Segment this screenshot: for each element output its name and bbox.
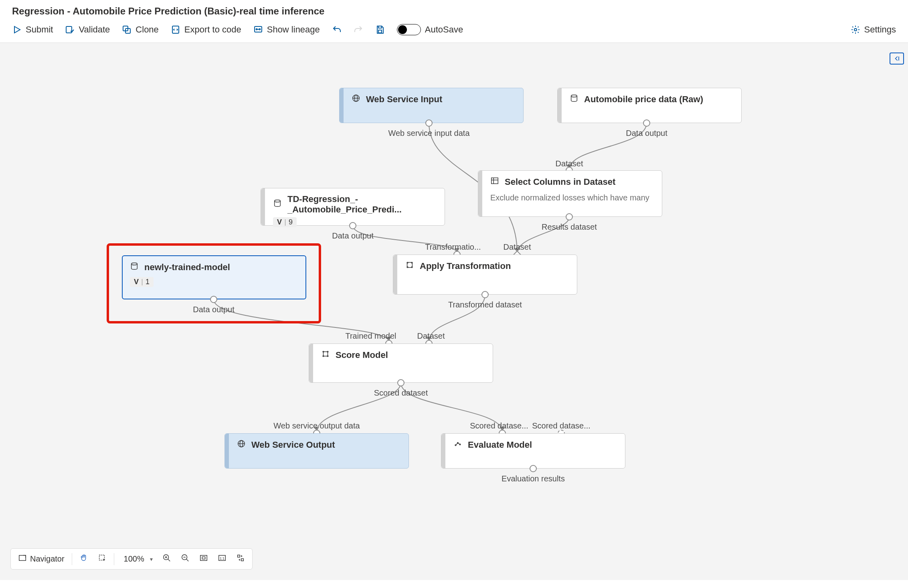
svg-rect-59 xyxy=(241,559,244,561)
output-port[interactable] xyxy=(349,222,356,229)
undo-icon xyxy=(332,25,342,34)
play-icon xyxy=(12,25,22,34)
version-badge: V 1 xyxy=(130,277,154,287)
output-port[interactable] xyxy=(481,291,489,298)
svg-rect-9 xyxy=(378,26,382,28)
save-button[interactable] xyxy=(375,25,385,34)
navigator-label: Navigator xyxy=(30,554,65,564)
port-label: Data output xyxy=(332,231,373,240)
toolbar: Submit Validate Clone Export to code Sho xyxy=(0,24,908,42)
node-score-model[interactable]: Score Model xyxy=(309,344,493,383)
node-web-service-output[interactable]: Web Service Output xyxy=(224,433,409,469)
autosave-label: AutoSave xyxy=(425,24,463,35)
svg-point-29 xyxy=(131,263,138,265)
svg-rect-10 xyxy=(378,30,382,33)
node-raw-data[interactable]: Automobile price data (Raw) xyxy=(557,88,742,123)
show-lineage-button[interactable]: Show lineage xyxy=(253,24,320,35)
node-title: Apply Transformation xyxy=(420,261,511,271)
node-apply-transformation[interactable]: Apply Transformation xyxy=(393,255,577,295)
svg-rect-45 xyxy=(19,556,26,561)
output-port[interactable] xyxy=(643,119,650,127)
validate-icon xyxy=(65,25,75,34)
node-evaluate-model[interactable]: Evaluate Model xyxy=(441,433,625,469)
node-web-service-input[interactable]: Web Service Input xyxy=(339,88,524,123)
database-icon xyxy=(273,199,282,210)
export-to-code-button[interactable]: Export to code xyxy=(171,24,241,35)
export-label: Export to code xyxy=(184,24,241,35)
version-badge: V 9 xyxy=(273,217,297,227)
version-number: 9 xyxy=(289,218,293,226)
version-number: 1 xyxy=(146,278,150,286)
node-title: TD-Regression_-_Automobile_Price_Predi..… xyxy=(287,194,437,215)
port-label: Evaluation results xyxy=(502,474,565,483)
output-port[interactable] xyxy=(397,379,404,386)
port-label: Data output xyxy=(626,129,667,138)
output-port[interactable] xyxy=(566,213,573,220)
gear-icon xyxy=(851,25,860,34)
version-prefix: V xyxy=(134,278,139,286)
undo-button[interactable] xyxy=(332,25,342,34)
toggle-switch[interactable] xyxy=(397,24,421,35)
model-icon xyxy=(321,350,330,361)
output-port[interactable] xyxy=(210,296,217,303)
redo-icon xyxy=(354,25,363,34)
autosave-toggle[interactable]: AutoSave xyxy=(397,24,463,35)
fit-to-screen-button[interactable] xyxy=(194,551,213,567)
pipeline-canvas[interactable]: Web Service Input Web service input data… xyxy=(0,43,908,580)
expand-panel-button[interactable] xyxy=(890,53,904,65)
port-label: Data output xyxy=(193,305,234,314)
submit-button[interactable]: Submit xyxy=(12,24,53,35)
transform-icon xyxy=(405,261,414,272)
svg-rect-55 xyxy=(202,557,205,559)
hand-icon xyxy=(79,554,88,564)
zoom-in-button[interactable] xyxy=(158,551,176,567)
node-title: Automobile price data (Raw) xyxy=(584,94,703,105)
actual-size-icon: 1:1 xyxy=(218,554,226,564)
port-label: Transformatio... xyxy=(425,242,481,252)
pan-button[interactable] xyxy=(75,551,93,567)
validate-button[interactable]: Validate xyxy=(65,24,110,35)
version-prefix: V xyxy=(277,218,282,226)
fit-screen-icon xyxy=(199,554,208,564)
node-subtitle: Exclude normalized losses which have man… xyxy=(478,193,662,208)
chevron-down-icon: ▾ xyxy=(150,556,153,562)
navigator-icon xyxy=(18,554,27,564)
auto-layout-button[interactable] xyxy=(231,551,250,567)
svg-rect-58 xyxy=(237,555,240,558)
svg-point-11 xyxy=(854,28,857,31)
zoom-level[interactable]: 100% ▾ xyxy=(117,552,158,566)
navigator-button[interactable]: Navigator xyxy=(13,551,69,567)
clone-button[interactable]: Clone xyxy=(122,24,158,35)
save-icon xyxy=(375,25,385,34)
table-icon xyxy=(490,176,499,188)
output-port[interactable] xyxy=(425,119,433,127)
port-label: Transformed dataset xyxy=(448,300,522,309)
cursor-select-icon xyxy=(98,554,107,564)
globe-icon xyxy=(237,439,246,451)
svg-point-28 xyxy=(275,200,281,202)
port-label: Web service output data xyxy=(273,421,360,430)
zoom-level-label: 100% xyxy=(121,554,147,564)
port-label: Scored dataset xyxy=(374,388,428,398)
settings-button[interactable]: Settings xyxy=(851,24,896,35)
node-title: Score Model xyxy=(336,350,388,360)
svg-line-52 xyxy=(186,559,189,562)
select-button[interactable] xyxy=(93,551,111,567)
svg-rect-54 xyxy=(200,556,207,561)
node-newly-trained-model[interactable]: newly-trained-model V 1 xyxy=(122,255,306,299)
page-title: Regression - Automobile Price Prediction… xyxy=(0,0,908,24)
port-label: Web service input data xyxy=(388,129,469,138)
settings-label: Settings xyxy=(864,24,896,35)
zoom-out-button[interactable] xyxy=(176,551,194,567)
port-label: Results dataset xyxy=(542,222,597,232)
output-port[interactable] xyxy=(530,465,537,472)
node-select-columns[interactable]: Select Columns in Dataset Exclude normal… xyxy=(478,170,662,217)
node-td-regression-model[interactable]: TD-Regression_-_Automobile_Price_Predi..… xyxy=(261,188,445,226)
database-icon xyxy=(570,94,578,105)
node-title: Evaluate Model xyxy=(468,440,532,450)
lineage-label: Show lineage xyxy=(267,24,320,35)
actual-size-button[interactable]: 1:1 xyxy=(213,551,231,567)
zoom-in-icon xyxy=(162,554,171,564)
node-title: newly-trained-model xyxy=(144,262,230,273)
svg-marker-0 xyxy=(14,26,20,33)
